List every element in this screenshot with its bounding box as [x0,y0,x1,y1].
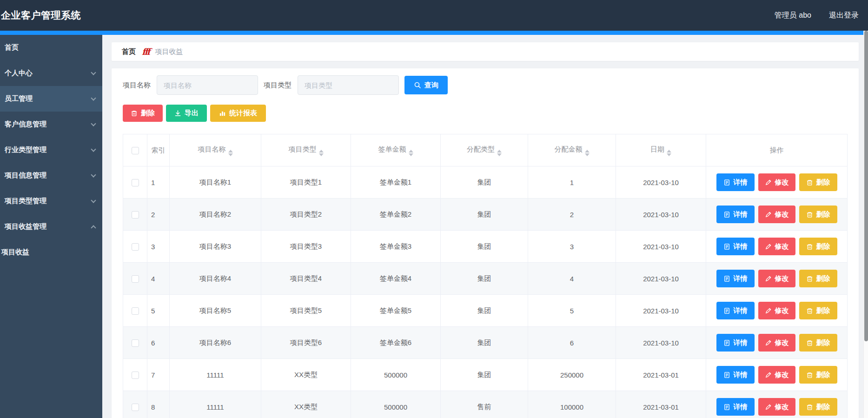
row-checkbox[interactable] [132,372,139,379]
header-project-name[interactable]: 项目名称 [170,134,261,166]
export-label: 导出 [185,109,199,118]
cell-project-name: 项目名称6 [170,327,261,359]
cell-project-type: XX类型 [261,359,351,391]
document-icon [723,243,730,250]
row-checkbox[interactable] [132,243,139,251]
edit-button-label: 修改 [775,371,789,379]
select-all-checkbox[interactable] [132,147,139,154]
sidebar-item-project-revenue-management[interactable]: 项目收益管理 [0,214,102,239]
sidebar-item-project-info-management[interactable]: 项目信息管理 [0,163,102,188]
header-alloc-amount[interactable]: 分配金额 [528,134,616,166]
row-checkbox[interactable] [132,339,139,347]
project-name-input[interactable] [157,75,258,95]
edit-button-label: 修改 [775,338,789,347]
row-checkbox[interactable] [132,179,139,186]
sort-icon[interactable] [585,150,590,156]
bulk-delete-button[interactable]: 删除 [123,105,163,122]
sort-icon[interactable] [497,150,502,156]
sidebar-item-employee-management[interactable]: 员工管理 [0,86,102,112]
edit-button[interactable]: 修改 [758,206,795,223]
detail-button[interactable]: 详情 [716,270,755,287]
sidebar-item-label: 首页 [5,43,19,52]
row-delete-button[interactable]: 删除 [799,206,837,223]
logout-link[interactable]: 退出登录 [829,11,859,20]
detail-button[interactable]: 详情 [716,302,755,319]
cell-sign-amount: 签单金额3 [351,231,441,263]
content-card: 项目名称 项目类型 查询 [112,68,859,418]
scrollbar-thumb[interactable] [864,31,868,341]
row-action-group: 详情 修改 删除 [710,334,843,352]
detail-button[interactable]: 详情 [716,238,755,255]
cell-alloc-amount: 250000 [528,359,616,391]
edit-button[interactable]: 修改 [758,238,795,255]
stats-report-button[interactable]: 统计报表 [210,105,266,122]
cell-alloc-type: 集团 [441,231,528,263]
row-delete-button[interactable]: 删除 [799,398,837,416]
row-action-group: 详情 修改 删除 [710,366,843,384]
row-delete-button[interactable]: 删除 [799,334,837,352]
row-checkbox[interactable] [132,275,139,283]
sidebar-item-customer-info-management[interactable]: 客户信息管理 [0,112,102,137]
detail-button-label: 详情 [734,210,748,219]
sort-icon[interactable] [409,150,413,156]
row-checkbox[interactable] [132,404,139,411]
chevron-down-icon [91,121,96,126]
edit-button[interactable]: 修改 [758,398,795,416]
header-date[interactable]: 日期 [616,134,706,166]
breadcrumb-home[interactable]: 首页 [122,47,136,56]
page-scrollbar[interactable] [863,31,868,418]
sidebar-item-personal-center[interactable]: 个人中心 [0,60,102,86]
trash-icon [806,275,813,282]
cell-alloc-amount: 6 [528,327,616,359]
detail-button[interactable]: 详情 [716,334,755,352]
edit-button[interactable]: 修改 [758,334,795,352]
row-delete-button[interactable]: 删除 [799,173,837,191]
header-sign-amount[interactable]: 签单金额 [351,134,441,166]
sort-icon[interactable] [319,150,324,156]
detail-button[interactable]: 详情 [716,366,755,384]
edit-button[interactable]: 修改 [758,270,795,287]
edit-button[interactable]: 修改 [758,173,795,191]
sidebar-item-label: 项目信息管理 [5,171,46,180]
sidebar-item-project-type-management[interactable]: 项目类型管理 [0,188,102,214]
detail-button-label: 详情 [734,338,748,347]
sidebar-subitem-project-revenue[interactable]: 项目收益 [0,239,102,265]
edit-button-label: 修改 [775,403,789,411]
row-delete-button[interactable]: 删除 [799,302,837,319]
detail-button[interactable]: 详情 [716,173,755,191]
current-user-link[interactable]: 管理员 abo [775,11,811,20]
cell-index: 1 [147,166,170,199]
edit-button[interactable]: 修改 [758,366,795,384]
sidebar-item-industry-type-management[interactable]: 行业类型管理 [0,137,102,163]
row-checkbox[interactable] [132,211,139,219]
detail-button[interactable]: 详情 [716,398,755,416]
edit-button[interactable]: 修改 [758,302,795,319]
header-alloc-type[interactable]: 分配类型 [441,134,528,166]
search-button[interactable]: 查询 [404,76,448,94]
project-type-input[interactable] [298,75,399,95]
row-delete-button[interactable]: 删除 [799,366,837,384]
sort-icon[interactable] [667,150,671,156]
export-button[interactable]: 导出 [166,105,207,122]
sidebar-item-home[interactable]: 首页 [0,35,102,60]
row-checkbox[interactable] [132,307,139,315]
cell-alloc-type: 集团 [441,327,528,359]
detail-button-label: 详情 [734,274,748,283]
sort-icon[interactable] [228,150,233,156]
cell-project-name: 项目名称1 [170,166,261,199]
breadcrumb: 首页 fff 项目收益 [112,42,859,61]
row-delete-button[interactable]: 删除 [799,270,837,287]
trash-icon [806,307,813,314]
cell-project-name: 项目名称5 [170,295,261,327]
cell-operations: 详情 修改 删除 [706,166,848,199]
chevron-down-icon [91,198,96,203]
trash-icon [131,110,138,117]
trash-icon [806,404,813,411]
pen-icon [765,372,772,378]
header-label: 项目类型 [289,145,317,153]
detail-button[interactable]: 详情 [716,206,755,223]
header-project-type[interactable]: 项目类型 [261,134,351,166]
row-action-group: 详情 修改 删除 [710,238,843,255]
row-delete-button[interactable]: 删除 [799,238,837,255]
cell-sign-amount: 签单金额4 [351,263,441,295]
